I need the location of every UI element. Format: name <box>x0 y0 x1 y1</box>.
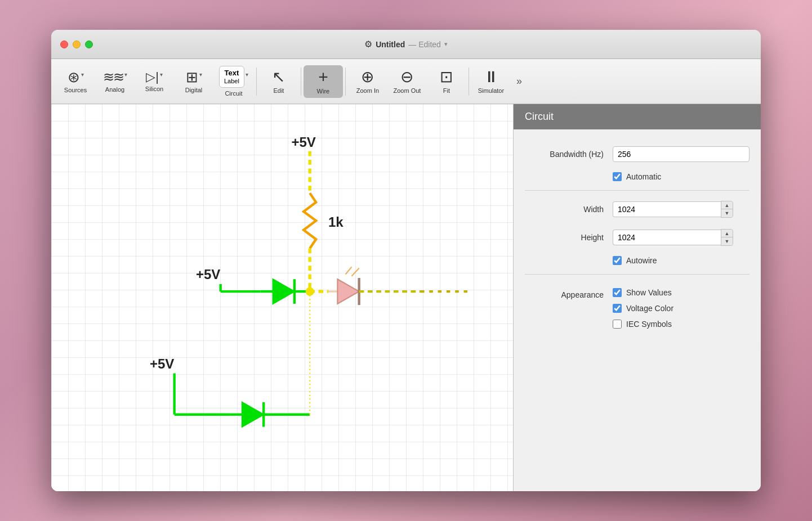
toolbar-simulator[interactable]: ⏸ Simulator <box>471 66 511 97</box>
bandwidth-input[interactable] <box>613 146 749 162</box>
toolbar-separator-2 <box>301 68 301 96</box>
main-window: ⚙ Untitled — Edited ▾ ⊛ ▾ Sources ≋≋ ▾ A… <box>51 30 761 491</box>
digital-icon: ⊞ <box>186 70 198 84</box>
toolbar-wire[interactable]: + Wire <box>304 65 343 98</box>
show-values-row: Show Values <box>613 286 673 299</box>
titlebar: ⚙ Untitled — Edited ▾ <box>51 30 761 59</box>
width-decrement-button[interactable]: ▼ <box>721 209 733 217</box>
height-stepper: ▲ ▼ <box>613 229 733 246</box>
sources-icon: ⊛ <box>68 70 80 84</box>
automatic-row: Automatic <box>613 168 749 186</box>
analog-arrow-icon: ▾ <box>124 71 127 78</box>
panel-content: Bandwidth (Hz) Automatic Width ▲ <box>514 129 761 348</box>
close-button[interactable] <box>60 41 68 48</box>
height-row: Height ▲ ▼ <box>525 223 749 251</box>
silicon-label: Silicon <box>145 86 163 92</box>
toolbar-separator-1 <box>256 68 257 96</box>
toolbar-digital[interactable]: ⊞ ▾ Digital <box>174 66 213 97</box>
digital-label: Digital <box>185 87 203 93</box>
panel-title: Circuit <box>525 111 554 122</box>
silicon-arrow-icon: ▾ <box>160 71 163 78</box>
analog-icon: ≋≋ <box>103 70 123 84</box>
iec-symbols-row: IEC Symbols <box>613 317 673 331</box>
width-stepper-buttons: ▲ ▼ <box>721 201 733 218</box>
silicon-icon: ▷| <box>146 71 159 83</box>
voltage-color-checkbox[interactable] <box>613 304 622 313</box>
toolbar-zoom-in[interactable]: ⊕ Zoom In <box>348 66 387 97</box>
appearance-label: Appearance <box>525 286 604 299</box>
simulator-icon: ⏸ <box>483 69 499 85</box>
automatic-label[interactable]: Automatic <box>626 172 661 181</box>
document-title: Untitled <box>376 40 405 49</box>
svg-marker-14 <box>337 279 359 304</box>
voltage-color-row: Voltage Color <box>613 302 673 315</box>
bandwidth-label: Bandwidth (Hz) <box>525 150 604 159</box>
minimize-button[interactable] <box>73 41 81 48</box>
wire-label: Wire <box>317 88 330 95</box>
svg-line-17 <box>352 268 359 276</box>
svg-line-16 <box>346 267 352 274</box>
document-status: — Edited <box>408 40 441 49</box>
svg-text:+5V: +5V <box>196 267 220 282</box>
svg-text:+5V: +5V <box>150 356 174 371</box>
canvas-area[interactable]: +5V 1k +5V <box>51 104 513 491</box>
text-label-icon: Text Label <box>219 66 244 88</box>
appearance-row: Appearance Show Values Voltage Color <box>525 279 749 336</box>
height-increment-button[interactable]: ▲ <box>721 230 733 237</box>
width-label: Width <box>525 205 604 214</box>
circuit-label: Circuit <box>225 90 242 97</box>
right-panel: Circuit Bandwidth (Hz) Automatic Width <box>513 104 761 491</box>
show-values-label[interactable]: Show Values <box>626 288 672 297</box>
analog-label: Analog <box>105 86 124 93</box>
sources-arrow-icon: ▾ <box>81 71 84 78</box>
bandwidth-row: Bandwidth (Hz) <box>525 141 749 168</box>
app-icon: ⚙ <box>364 39 372 50</box>
toolbar-circuit[interactable]: Text Label ▾ Circuit <box>213 62 254 100</box>
svg-marker-8 <box>273 279 295 304</box>
zoom-in-label: Zoom In <box>356 87 379 94</box>
simulator-label: Simulator <box>478 87 504 94</box>
title-text: ⚙ Untitled — Edited ▾ <box>364 39 448 50</box>
toolbar-separator-4 <box>469 68 469 96</box>
iec-symbols-checkbox[interactable] <box>613 320 622 329</box>
main-content: +5V 1k +5V <box>51 104 761 491</box>
autowire-checkbox[interactable] <box>613 256 622 265</box>
circuit-diagram: +5V 1k +5V <box>51 104 513 491</box>
svg-text:+5V: +5V <box>291 134 315 150</box>
title-chevron-icon[interactable]: ▾ <box>444 41 448 48</box>
toolbar: ⊛ ▾ Sources ≋≋ ▾ Analog ▷| ▾ Silicon ⊞ ▾ <box>51 59 761 104</box>
zoom-out-label: Zoom Out <box>393 87 421 94</box>
digital-arrow-icon: ▾ <box>199 71 202 78</box>
height-stepper-buttons: ▲ ▼ <box>721 229 733 246</box>
height-decrement-button[interactable]: ▼ <box>721 237 733 245</box>
zoom-out-icon: ⊖ <box>400 69 413 85</box>
divider-1 <box>525 190 749 191</box>
toolbar-silicon[interactable]: ▷| ▾ Silicon <box>135 68 174 96</box>
automatic-checkbox[interactable] <box>613 172 622 181</box>
height-input[interactable] <box>613 230 721 245</box>
toolbar-fit[interactable]: ⊡ Fit <box>427 66 466 97</box>
voltage-color-label[interactable]: Voltage Color <box>626 304 673 313</box>
edit-label: Edit <box>273 87 284 94</box>
traffic-lights <box>60 41 93 48</box>
width-stepper: ▲ ▼ <box>613 201 733 218</box>
toolbar-analog[interactable]: ≋≋ ▾ Analog <box>95 67 135 96</box>
autowire-label[interactable]: Autowire <box>626 256 657 265</box>
show-values-checkbox[interactable] <box>613 288 622 297</box>
toolbar-edit[interactable]: ↖ Edit <box>259 66 298 97</box>
autowire-row: Autowire <box>613 251 749 270</box>
width-input[interactable] <box>613 201 721 217</box>
divider-2 <box>525 274 749 275</box>
panel-header: Circuit <box>514 104 761 129</box>
toolbar-sources[interactable]: ⊛ ▾ Sources <box>56 66 95 97</box>
fit-label: Fit <box>443 87 450 94</box>
zoom-in-icon: ⊕ <box>361 69 374 85</box>
edit-icon: ↖ <box>272 69 285 85</box>
maximize-button[interactable] <box>85 41 93 48</box>
width-increment-button[interactable]: ▲ <box>721 201 733 209</box>
fit-icon: ⊡ <box>440 69 453 85</box>
toolbar-zoom-out[interactable]: ⊖ Zoom Out <box>387 66 427 97</box>
toolbar-expand-icon[interactable]: » <box>511 70 528 93</box>
iec-symbols-label[interactable]: IEC Symbols <box>626 320 672 329</box>
wire-icon: + <box>318 69 328 86</box>
